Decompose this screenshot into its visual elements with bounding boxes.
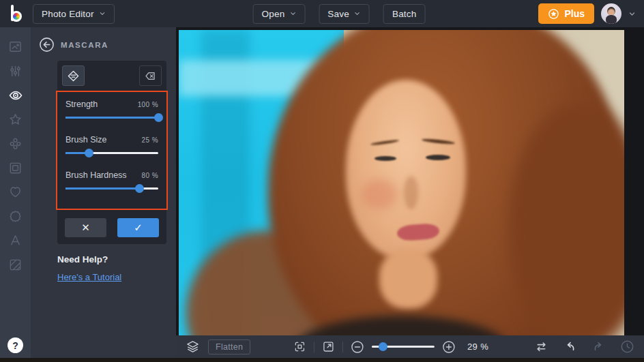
save-label: Save [327,9,349,19]
help-button[interactable]: ? [8,337,23,353]
zoom-out-icon[interactable] [351,340,364,354]
brush-size-knob[interactable] [85,149,93,157]
befunky-logo[interactable] [8,4,26,23]
star-circle-icon [548,8,559,20]
open-button[interactable]: Open [253,4,306,24]
apply-cancel-row: ✕ ✓ [57,210,166,244]
zoom-slider[interactable] [372,346,435,348]
strength-label: Strength [65,100,98,109]
fit-to-screen-icon[interactable] [293,340,306,353]
sidebar-item-edit[interactable] [0,35,31,59]
sidebar-item-artsy[interactable] [0,132,31,156]
strength-slider-group: Strength 100 % [65,100,158,119]
user-avatar[interactable] [601,3,621,24]
brush-hardness-knob[interactable] [135,184,144,193]
save-button[interactable]: Save [319,4,370,24]
photo-left-eye [375,156,396,161]
fullscreen-icon[interactable] [322,340,335,353]
help-block: Need Help? Here's a Tutorial [57,254,166,283]
brush-size-value: 25 % [142,136,158,144]
photo-cheek-blush [362,179,397,209]
chevron-down-icon [354,10,361,17]
chevron-down-icon [99,10,106,17]
back-arrow-icon[interactable] [39,37,55,52]
logo-color-wheel [11,11,22,22]
woman-portrait-photo[interactable] [179,30,624,362]
brush-hardness-label: Brush Hardness [65,170,127,180]
batch-label: Batch [392,9,417,19]
shapes-icon [8,136,23,151]
zoom-level-value: 29 % [467,342,488,352]
tutorial-link[interactable]: Here's a Tutorial [57,272,121,282]
batch-button[interactable]: Batch [383,4,426,24]
plus-label: Plus [564,8,585,19]
file-actions: Open Save Batch [253,4,426,24]
apply-button[interactable]: ✓ [117,218,159,237]
compare-icon[interactable] [534,340,548,354]
sidebar-item-overlays[interactable] [0,205,31,229]
texture-icon [8,258,23,272]
account-area: Plus [538,3,636,24]
brush-hardness-slider[interactable] [65,187,158,190]
history-clock-icon[interactable] [620,340,634,354]
sidebar-item-text[interactable] [0,228,31,253]
photo-hair-right [508,103,624,352]
sidebar-item-adjust[interactable] [0,59,31,84]
undo-icon[interactable] [563,340,577,354]
sidebar-item-frames[interactable] [0,156,31,181]
editor-canvas[interactable] [176,27,644,362]
brush-hardness-value: 80 % [142,172,158,179]
sidebar-item-graphics[interactable] [0,180,31,205]
zoom-in-icon[interactable] [442,340,456,354]
sliders-icon [8,64,23,78]
app-menu-button[interactable]: Photo Editor [33,4,115,24]
redo-icon[interactable] [591,340,606,354]
strength-slider[interactable] [65,117,158,119]
account-chevron-icon[interactable] [628,10,636,18]
panel-title: MASCARA [61,41,108,49]
tool-card: Strength 100 % Brush Size 25 % [57,61,166,244]
eraser-tool-button[interactable] [139,65,162,86]
layers-controls: Flatten [186,340,250,355]
brush-tool-button[interactable] [62,65,85,86]
sliders-annotation-box: Strength 100 % Brush Size 25 % [56,91,168,210]
brush-size-label: Brush Size [65,135,106,145]
photo-left-brow [370,139,400,146]
text-icon [8,233,23,247]
photo-right-eye [426,155,450,160]
brush-hardness-fill [65,187,140,190]
canvas-toolbar: Flatten 29 % [176,335,644,358]
photo-nose-shadow [404,176,418,209]
brush-eraser-toggle [57,61,166,91]
photo-cyan-wall [179,30,344,362]
eye-icon [8,88,23,103]
history-controls [534,340,634,354]
layers-icon[interactable] [186,340,200,354]
heart-icon [8,185,23,199]
open-label: Open [262,9,285,19]
photo-lips [396,223,440,242]
zoom-knob[interactable] [379,342,387,351]
strength-knob[interactable] [154,113,163,122]
zoom-controls: 29 % [293,340,488,354]
panel-header: MASCARA [31,27,176,61]
sidebar-item-touchup[interactable] [0,83,31,108]
plus-upgrade-button[interactable]: Plus [538,3,594,24]
category-sidebar: ? [0,27,31,362]
photo-face [346,80,466,259]
strength-value: 100 % [138,101,158,108]
brush-size-slider[interactable] [65,152,158,154]
eraser-icon [144,70,157,82]
need-help-heading: Need Help? [57,254,166,265]
sidebar-item-effects[interactable] [0,108,31,132]
page-bottom-strip [0,358,644,362]
toolbar-divider [342,342,343,352]
photo-hair [268,30,620,362]
toolbar-divider [314,342,314,352]
star-icon [8,112,23,127]
brush-hardness-slider-group: Brush Hardness 80 % [65,170,158,190]
image-icon [8,40,23,54]
cancel-button[interactable]: ✕ [65,218,106,237]
sidebar-item-textures[interactable] [0,253,31,277]
flatten-button[interactable]: Flatten [208,340,250,355]
